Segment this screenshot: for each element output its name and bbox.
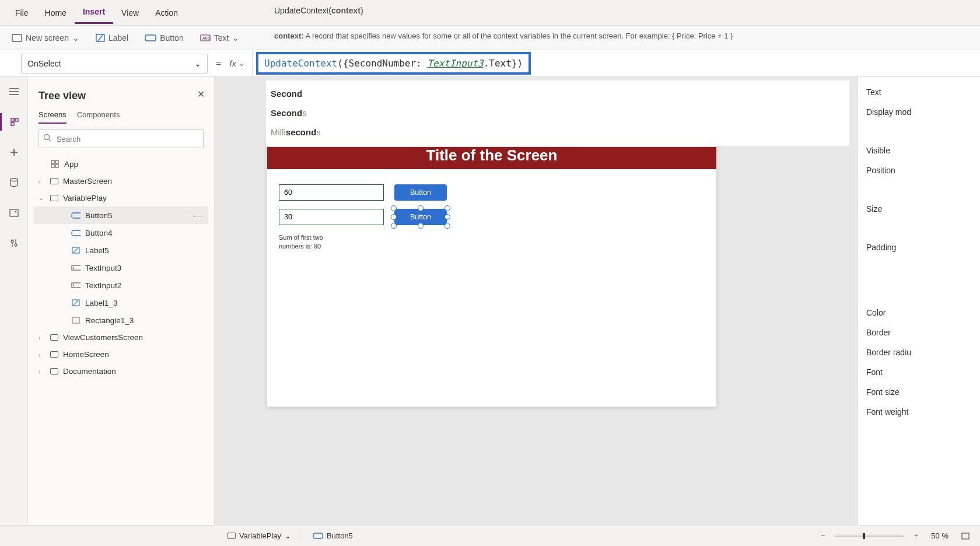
tree-item-label: HomeScreen bbox=[63, 350, 109, 359]
prop-font[interactable]: Font bbox=[866, 368, 980, 377]
menu-home[interactable]: Home bbox=[37, 2, 75, 23]
resize-handle[interactable] bbox=[418, 223, 424, 229]
tree-item-master[interactable]: ›MasterScreen bbox=[34, 173, 208, 190]
prop-padding[interactable]: Padding bbox=[866, 243, 980, 252]
tree-item-label: TextInput2 bbox=[85, 281, 121, 290]
search-icon bbox=[43, 134, 51, 142]
autocomplete-item[interactable]: Second bbox=[268, 84, 847, 103]
button4[interactable]: Button bbox=[394, 184, 447, 201]
chevron-down-icon[interactable]: ⌄ bbox=[38, 194, 46, 202]
tree-item-label5[interactable]: ·Label5 bbox=[34, 242, 208, 259]
hamburger-icon[interactable] bbox=[0, 83, 28, 100]
media-rail-button[interactable] bbox=[0, 204, 28, 222]
button5[interactable]: Button bbox=[394, 209, 447, 225]
insert-label-button[interactable]: Label bbox=[96, 33, 128, 43]
prop-position[interactable]: Position bbox=[866, 166, 980, 175]
resize-handle[interactable] bbox=[418, 205, 424, 211]
menu-file[interactable]: File bbox=[7, 2, 37, 23]
prop-text[interactable]: Text bbox=[866, 88, 980, 97]
svg-line-36 bbox=[74, 300, 78, 305]
prop-visible[interactable]: Visible bbox=[866, 146, 980, 155]
resize-handle[interactable] bbox=[444, 205, 450, 211]
menu-insert[interactable]: Insert bbox=[75, 1, 113, 24]
svg-rect-31 bbox=[72, 265, 80, 270]
tree-item-varplay[interactable]: ⌄VariablePlay bbox=[34, 190, 208, 206]
chevron-right-icon[interactable]: › bbox=[38, 351, 46, 358]
formula-text[interactable]: UpdateContext({SecondNumber: TextInput3.… bbox=[256, 52, 531, 75]
hint-label: context: bbox=[274, 32, 304, 40]
data-rail-button[interactable] bbox=[0, 174, 28, 191]
prop-border-radius[interactable]: Border radiu bbox=[866, 348, 980, 357]
textinput2[interactable] bbox=[279, 184, 384, 201]
insert-button-button[interactable]: Button bbox=[145, 33, 183, 43]
zoom-out-button[interactable]: − bbox=[817, 531, 829, 540]
insert-text-label: Text bbox=[214, 33, 229, 43]
menu-action[interactable]: Action bbox=[147, 2, 186, 23]
tree-item-ti3[interactable]: ·TextInput3 bbox=[34, 259, 208, 276]
advanced-rail-button[interactable] bbox=[0, 235, 28, 252]
prop-size[interactable]: Size bbox=[866, 204, 980, 214]
resize-handle[interactable] bbox=[391, 223, 397, 229]
insert-rail-button[interactable] bbox=[0, 144, 28, 161]
tree-item-ti2[interactable]: ·TextInput2 bbox=[34, 276, 208, 294]
autocomplete-item[interactable]: Milliseconds bbox=[268, 123, 847, 142]
screen-icon bbox=[12, 34, 22, 42]
tree-item-homescr[interactable]: ›HomeScreen bbox=[34, 346, 208, 363]
resize-handle[interactable] bbox=[391, 214, 397, 220]
zoom-in-button[interactable]: + bbox=[911, 531, 922, 540]
svg-rect-23 bbox=[51, 160, 54, 163]
prop-border[interactable]: Border bbox=[866, 328, 980, 337]
insert-text-button[interactable]: Abc Text ⌄ bbox=[200, 33, 240, 43]
tree-item-app[interactable]: ·App bbox=[34, 155, 208, 173]
prop-font-weight[interactable]: Font weight bbox=[866, 407, 980, 416]
formula-input[interactable]: UpdateContext({SecondNumber: TextInput3.… bbox=[252, 50, 980, 77]
more-icon[interactable]: ··· bbox=[194, 211, 204, 220]
prop-display-mode[interactable]: Display mod bbox=[866, 107, 980, 117]
resize-handle[interactable] bbox=[444, 214, 450, 220]
tree-item-doc[interactable]: ›Documentation bbox=[34, 363, 208, 380]
properties-panel: Text Display mod Visible Position Size P… bbox=[858, 77, 980, 525]
menu-view[interactable]: View bbox=[113, 2, 147, 23]
property-select[interactable]: OnSelect ⌄ bbox=[21, 54, 208, 74]
tree-view-panel: Tree view ✕ Screens Components ·App›Mast… bbox=[28, 77, 215, 525]
app-screen[interactable]: Title of the Screen Button Button bbox=[267, 141, 716, 407]
tree-item-label: Documentation bbox=[63, 367, 116, 376]
tree-item-label13[interactable]: ·Label1_3 bbox=[34, 294, 208, 312]
resize-handle[interactable] bbox=[391, 205, 397, 211]
button-icon bbox=[145, 34, 156, 41]
signature-param: context bbox=[331, 6, 360, 15]
autocomplete-item[interactable]: Seconds bbox=[268, 103, 847, 123]
zoom-controls: − + 50 % bbox=[817, 531, 973, 540]
chevron-right-icon[interactable]: › bbox=[38, 178, 46, 185]
zoom-thumb[interactable] bbox=[863, 533, 865, 539]
tab-components[interactable]: Components bbox=[77, 110, 120, 124]
breadcrumb-element[interactable]: Button5 bbox=[307, 531, 359, 540]
chevron-right-icon[interactable]: › bbox=[38, 334, 46, 341]
tab-screens[interactable]: Screens bbox=[38, 110, 66, 124]
svg-rect-39 bbox=[962, 533, 969, 539]
prop-color[interactable]: Color bbox=[866, 308, 980, 317]
tree-item-label: Label5 bbox=[85, 246, 109, 255]
new-screen-button[interactable]: New screen ⌄ bbox=[12, 33, 79, 43]
zoom-slider[interactable] bbox=[835, 536, 905, 537]
prop-font-size[interactable]: Font size bbox=[866, 387, 980, 397]
tree-item-button5[interactable]: ·Button5··· bbox=[34, 206, 208, 224]
search-input[interactable] bbox=[38, 130, 204, 148]
autocomplete-pre: Milli bbox=[271, 127, 286, 137]
fit-screen-button[interactable] bbox=[958, 533, 973, 540]
tree-item-viewcust[interactable]: ›ViewCustomersScreen bbox=[34, 329, 208, 346]
label5[interactable]: Sum of first two numbers is: 90 bbox=[279, 233, 331, 251]
chevron-right-icon[interactable]: › bbox=[38, 368, 46, 375]
label-icon bbox=[71, 246, 80, 255]
chevron-down-icon[interactable]: ⌄ bbox=[239, 59, 245, 68]
resize-handle[interactable] bbox=[444, 223, 450, 229]
tree-view-button[interactable] bbox=[0, 113, 28, 131]
tree-item-button4[interactable]: ·Button4 bbox=[34, 224, 208, 242]
tree-item-label: App bbox=[64, 160, 78, 169]
breadcrumb-screen[interactable]: VariablePlay ⌄ bbox=[222, 531, 297, 540]
close-icon[interactable]: ✕ bbox=[197, 89, 205, 100]
fx-label: fx bbox=[229, 58, 236, 68]
tree-item-rect13[interactable]: ·Rectangle1_3 bbox=[34, 312, 208, 329]
svg-rect-26 bbox=[55, 164, 58, 167]
textinput3[interactable] bbox=[279, 209, 384, 225]
